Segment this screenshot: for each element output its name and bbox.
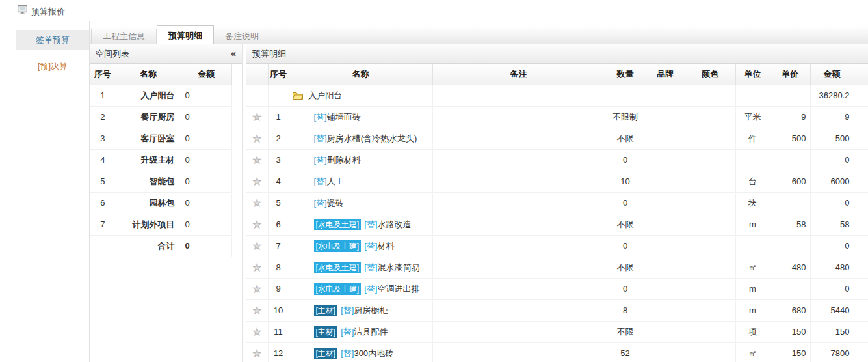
detail-row-unit: ㎡ [735,257,770,278]
budget-detail-row[interactable]: ★ 2 [替]厨房水槽(含冷热水龙头) 不限 件 500 500 [246,128,868,149]
detail-row-price: 680 [770,299,810,321]
detail-row-brand [646,149,685,171]
space-list-title: 空间列表 [96,49,129,59]
budget-detail-row[interactable]: ★ 10 [主材][替]厨房橱柜 8 m 680 5440 [246,299,868,321]
title-divider [51,20,868,20]
space-list-row[interactable]: 6 园林包 0 [90,192,231,214]
detail-row-name: [水电及土建][替]水路改造 [289,214,432,235]
type-tag: [替] [341,305,354,315]
favorite-star-icon[interactable]: ★ [253,305,261,316]
space-list-panel-header: 空间列表 « [90,44,242,64]
sidebar-item-sign-budget[interactable]: 签单预算 [16,30,89,50]
col-header-amount: 金额 [810,64,854,85]
space-list-row[interactable]: 5 智能包 0 [90,171,231,192]
col-header-brand: 品牌 [646,64,685,85]
detail-row-color [685,171,735,192]
detail-row-price: 500 [770,128,810,149]
space-row-name: 客厅卧室 [116,128,181,149]
favorite-star-icon[interactable]: ★ [253,176,261,187]
col-header-name: 名称 [289,64,432,85]
page-title: 预算报价 [31,6,65,18]
detail-row-color [685,192,735,214]
budget-detail-panel-header: 预算明细 [246,44,868,64]
budget-detail-row[interactable]: ★ 5 [替]瓷砖 0 块 0 [246,192,868,214]
detail-row-name: [替]人工 [289,171,432,192]
budget-detail-panel: 预算明细 序号 名称 备注 [246,44,868,362]
detail-row-color [685,235,735,257]
detail-row-qty: 10 [605,171,646,192]
detail-row-qty: 不限 [605,128,646,149]
col-header-no: 序号 [268,64,289,85]
favorite-star-icon[interactable]: ★ [253,197,261,208]
detail-row-price: 600 [770,171,810,192]
space-row-name: 计划外项目 [116,214,181,235]
budget-detail-row[interactable]: ★ 9 [水电及土建][替]空调进出排 0 m 0 [246,278,868,299]
tab-remarks[interactable]: 备注说明 [214,29,270,44]
space-row-no: 3 [90,128,116,149]
collapse-panel-icon[interactable]: « [231,44,236,63]
detail-row-unit: 项 [735,321,770,342]
budget-detail-row[interactable]: ★ 1 [替]铺墙面砖 不限制 平米 9 9 [246,106,868,128]
favorite-star-icon[interactable]: ★ [253,240,261,251]
detail-row-remark [432,171,605,192]
sidebar: 签单预算 [预]决算 [0,21,89,362]
detail-row-amount: 480 [810,257,854,278]
col-header-name: 名称 [116,64,181,85]
budget-detail-row[interactable]: ★ 4 [替]人工 10 台 600 6000 [246,171,868,192]
detail-row-color [685,149,735,171]
sidebar-item-final-account[interactable]: [预]决算 [16,56,89,76]
detail-row-brand [646,128,685,149]
top-title-bar: 预算报价 [0,0,868,21]
detail-row-unit: 块 [735,192,770,214]
detail-row-no: 7 [268,235,289,257]
favorite-star-icon[interactable]: ★ [253,111,261,122]
favorite-star-icon[interactable]: ★ [253,326,261,337]
favorite-star-icon[interactable]: ★ [253,219,261,230]
detail-row-amount: 7800 [810,342,854,362]
sidebar-item-label: 签单预算 [36,35,70,45]
type-tag: [替] [314,133,327,143]
space-list-row[interactable]: 3 客厅卧室 0 [90,128,231,149]
item-name: 瓷砖 [327,198,344,208]
detail-row-name: [水电及土建][替]空调进出排 [289,278,432,299]
budget-detail-row[interactable]: ★ 11 [主材][替]洁具配件 不限 项 150 150 [246,321,868,342]
budget-detail-row[interactable]: ★ 8 [水电及土建][替]混水漆简易 不限 ㎡ 480 480 [246,257,868,278]
type-tag: [替] [341,348,354,358]
detail-row-color [685,321,735,342]
detail-row-remark [432,278,605,299]
tab-project-info[interactable]: 工程主信息 [91,29,157,44]
tab-budget-detail[interactable]: 预算明细 [157,25,214,44]
favorite-star-icon[interactable]: ★ [253,283,261,294]
detail-row-no: 12 [268,342,289,362]
detail-row-remark [432,128,605,149]
space-group-row[interactable]: 入户阳台 36280.2 [246,85,868,106]
favorite-star-icon[interactable]: ★ [253,348,261,359]
budget-detail-row[interactable]: ★ 6 [水电及土建][替]水路改造 不限 m 58 58 [246,214,868,235]
detail-row-unit: m [735,299,770,321]
detail-row-amount: 0 [810,278,854,299]
space-list-row[interactable]: 4 升级主材 0 [90,149,231,171]
detail-row-qty: 8 [605,299,646,321]
space-row-no: 5 [90,171,116,192]
space-list-row[interactable]: 7 计划外项目 0 [90,214,231,235]
detail-row-unit [735,235,770,257]
category-tag: [水电及土建] [314,219,362,230]
space-list-row[interactable]: 1 入户阳台 0 [90,85,231,106]
monitor-icon [18,5,27,16]
favorite-star-icon[interactable]: ★ [253,154,261,165]
budget-detail-row[interactable]: ★ 7 [水电及土建][替]材料 0 0 [246,235,868,257]
budget-quote-screen: 预算报价 签单预算 [预]决算 工程主信息 预算明细 备注说明 [0,0,868,362]
space-list-row[interactable]: 2 餐厅厨房 0 [90,106,231,128]
col-header-extra [854,64,868,85]
favorite-star-icon[interactable]: ★ [253,262,261,273]
space-row-amount: 0 [181,128,231,149]
favorite-star-icon[interactable]: ★ [253,133,261,144]
budget-detail-row[interactable]: ★ 3 [替]删除材料 0 0 [246,149,868,171]
detail-row-qty: 52 [605,342,646,362]
detail-row-remark [432,257,605,278]
col-header-color: 颜色 [685,64,735,85]
item-name: 人工 [327,176,344,186]
detail-row-remark [432,321,605,342]
budget-detail-row[interactable]: ★ 12 [主材][替]300内地砖 52 ㎡ 150 7800 [246,342,868,362]
detail-row-remark [432,299,605,321]
